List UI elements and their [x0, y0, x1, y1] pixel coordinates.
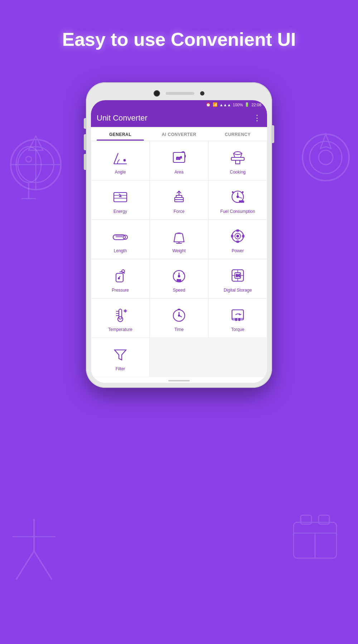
fuel-label: Fuel Consumption: [220, 209, 255, 214]
svg-rect-49: [237, 230, 239, 231]
phone-bottom: [91, 377, 267, 383]
length-icon: [111, 227, 130, 245]
temperature-icon: [111, 306, 130, 324]
time-icon: [170, 306, 188, 324]
svg-rect-35: [176, 195, 182, 197]
svg-line-18: [16, 551, 34, 580]
home-indicator: [168, 380, 190, 381]
filter-icon: [111, 345, 130, 364]
svg-text:500: 500: [177, 279, 181, 282]
area-icon: m²: [170, 148, 188, 167]
weight-icon: [170, 227, 188, 245]
converter-grid: Angle m² Area: [91, 141, 267, 377]
svg-point-8: [26, 156, 32, 162]
svg-rect-26: [231, 157, 244, 160]
svg-text:m²: m²: [176, 155, 182, 161]
force-icon: [170, 187, 188, 206]
grid-item-storage[interactable]: 64 Digital Storage: [208, 259, 267, 298]
svg-point-39: [232, 192, 233, 193]
grid-item-time[interactable]: Time: [150, 298, 208, 338]
speed-icon: 500: [170, 266, 188, 285]
page-headline: Easy to use Convenient UI: [0, 29, 358, 50]
temperature-label: Temperature: [108, 327, 132, 332]
power-button: [272, 125, 274, 143]
svg-point-37: [237, 196, 239, 198]
pressure-label: Pressure: [112, 288, 129, 293]
battery-icon: 🔋: [245, 102, 250, 107]
svg-point-53: [237, 235, 239, 237]
energy-icon: [111, 187, 130, 206]
phone-top-bar: [91, 87, 267, 100]
grid-item-area[interactable]: m² Area: [150, 141, 208, 180]
svg-rect-34: [175, 200, 183, 202]
svg-rect-72: [119, 309, 122, 319]
grid-item-energy[interactable]: Energy: [91, 180, 150, 220]
tab-currency[interactable]: CURRENCY: [208, 127, 267, 141]
wifi-icon: 📶: [213, 102, 218, 107]
status-bar: ⏰ 📶 ▲▲▲ 100% 🔋 22:08: [91, 100, 267, 109]
cooking-icon: [228, 148, 247, 167]
force-label: Force: [174, 209, 185, 214]
grid-item-force[interactable]: Force: [150, 180, 208, 220]
fuel-icon: 500: [228, 187, 247, 206]
grid-item-temperature[interactable]: Temperature: [91, 298, 150, 338]
cooking-label: Cooking: [230, 170, 246, 175]
volume-up-button: [84, 118, 86, 129]
grid-item-length[interactable]: Length: [91, 220, 150, 259]
svg-rect-85: [236, 318, 237, 321]
length-label: Length: [114, 248, 127, 253]
energy-label: Energy: [113, 209, 127, 214]
torque-icon: [228, 306, 247, 324]
svg-point-23: [124, 160, 126, 161]
grid-item-weight[interactable]: Weight: [150, 220, 208, 259]
time-display: 22:08: [251, 103, 261, 107]
grid-item-speed[interactable]: 500 Speed: [150, 259, 208, 298]
volume-down-button: [84, 134, 86, 150]
app-title: Unit Converter: [97, 113, 147, 123]
storage-label: Digital Storage: [224, 288, 252, 293]
power-icon: [228, 227, 247, 245]
svg-rect-51: [231, 235, 233, 237]
angle-label: Angle: [115, 170, 126, 175]
alarm-icon: ⏰: [206, 102, 211, 107]
app-bar: Unit Converter ⋮: [91, 109, 267, 127]
phone-mockup: ⏰ 📶 ▲▲▲ 100% 🔋 22:08 Unit Converter ⋮ GE…: [86, 82, 272, 388]
signal-icon: ▲▲▲: [219, 103, 231, 107]
sensor: [200, 91, 204, 96]
speaker: [166, 92, 194, 95]
battery-percent: 100%: [233, 103, 243, 107]
grid-item-angle[interactable]: Angle: [91, 141, 150, 180]
grid-item-fuel[interactable]: 500 Fuel Consumption: [208, 180, 267, 220]
svg-rect-50: [237, 241, 239, 243]
svg-text:500: 500: [239, 200, 244, 203]
time-label: Time: [174, 327, 184, 332]
svg-point-58: [118, 278, 120, 279]
svg-point-82: [178, 315, 180, 316]
more-menu-button[interactable]: ⋮: [253, 113, 261, 123]
svg-point-60: [178, 275, 180, 277]
grid-item-pressure[interactable]: Pressure: [91, 259, 150, 298]
grid-item-power[interactable]: Power: [208, 220, 267, 259]
svg-text:64: 64: [236, 274, 240, 278]
svg-point-40: [242, 192, 243, 193]
silent-button: [84, 154, 86, 170]
angle-icon: [111, 148, 130, 167]
pressure-icon: [111, 266, 130, 285]
tab-ai-converter[interactable]: AI CONVERTER: [150, 127, 208, 141]
tab-general[interactable]: GENERAL: [91, 127, 150, 141]
grid-item-filter[interactable]: Filter: [91, 338, 150, 377]
svg-point-11: [319, 150, 333, 165]
weight-label: Weight: [172, 248, 185, 253]
storage-icon: 64: [228, 266, 247, 285]
filter-label: Filter: [116, 366, 125, 371]
torque-label: Torque: [231, 327, 245, 332]
grid-item-cooking[interactable]: Cooking: [208, 141, 267, 180]
power-label: Power: [232, 248, 244, 253]
svg-point-5: [16, 147, 41, 182]
speed-label: Speed: [173, 288, 185, 293]
svg-point-29: [234, 152, 241, 155]
grid-item-torque[interactable]: Torque: [208, 298, 267, 338]
camera: [154, 90, 160, 97]
area-label: Area: [174, 170, 183, 175]
svg-line-19: [34, 551, 52, 580]
